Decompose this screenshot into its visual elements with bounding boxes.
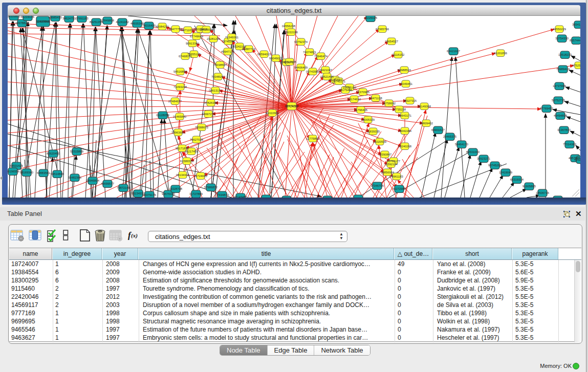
svg-text:54516808: 54516808 xyxy=(173,70,187,73)
svg-text:85149368: 85149368 xyxy=(418,105,431,108)
svg-text:91022901: 91022901 xyxy=(266,112,279,115)
svg-text:16328708: 16328708 xyxy=(169,187,182,190)
svg-text:00471138: 00471138 xyxy=(369,97,382,100)
svg-text:99049027: 99049027 xyxy=(269,57,282,60)
svg-text:85574443: 85574443 xyxy=(570,39,580,42)
svg-text:41241182: 41241182 xyxy=(116,20,128,24)
svg-text:21465840: 21465840 xyxy=(173,115,186,118)
svg-text:40196556: 40196556 xyxy=(8,170,19,173)
svg-text:00978820: 00978820 xyxy=(15,21,29,25)
svg-text:78961183: 78961183 xyxy=(390,175,403,178)
svg-text:50752735: 50752735 xyxy=(552,99,565,102)
svg-text:23226025: 23226025 xyxy=(364,16,377,19)
svg-text:99856984: 99856984 xyxy=(381,171,395,174)
svg-text:09743953: 09743953 xyxy=(306,70,319,73)
svg-text:74989413: 74989413 xyxy=(556,68,570,71)
svg-text:18506716: 18506716 xyxy=(536,191,549,194)
svg-text:34624751: 34624751 xyxy=(62,17,76,20)
svg-text:80988516: 80988516 xyxy=(398,69,411,72)
svg-text:29946804: 29946804 xyxy=(86,179,100,182)
svg-text:50240268: 50240268 xyxy=(398,145,411,148)
svg-text:43699577: 43699577 xyxy=(101,182,114,185)
svg-text:67749649: 67749649 xyxy=(190,35,203,38)
svg-text:73872148: 73872148 xyxy=(117,186,130,189)
svg-text:61586578: 61586578 xyxy=(180,160,193,163)
svg-text:56464170: 56464170 xyxy=(455,143,468,146)
svg-text:81219136: 81219136 xyxy=(21,16,34,18)
svg-text:09134316: 09134316 xyxy=(176,173,189,177)
svg-text:37346706: 37346706 xyxy=(371,184,384,187)
svg-text:29042284: 29042284 xyxy=(398,129,412,133)
svg-text:09477752: 09477752 xyxy=(169,28,182,31)
svg-text:50643171: 50643171 xyxy=(398,114,411,117)
svg-text:52427868: 52427868 xyxy=(36,20,50,23)
svg-text:48175496: 48175496 xyxy=(339,89,352,92)
svg-text:67468071: 67468071 xyxy=(179,55,192,58)
svg-text:(x): (x) xyxy=(131,232,138,239)
svg-text:90913341: 90913341 xyxy=(186,42,199,45)
svg-text:98169340: 98169340 xyxy=(20,171,33,174)
svg-text:11724005: 11724005 xyxy=(194,174,207,178)
svg-text:93792374: 93792374 xyxy=(294,40,308,43)
svg-text:70348247: 70348247 xyxy=(211,75,225,78)
svg-text:39421047: 39421047 xyxy=(319,69,332,72)
svg-text:74016400: 74016400 xyxy=(142,24,156,27)
svg-text:13518233: 13518233 xyxy=(558,53,572,56)
svg-text:27849808: 27849808 xyxy=(101,19,114,22)
svg-text:71349361: 71349361 xyxy=(225,36,238,39)
svg-text:01128059: 01128059 xyxy=(156,114,169,117)
svg-text:94406409: 94406409 xyxy=(294,66,308,69)
svg-text:34309805: 34309805 xyxy=(8,16,20,18)
svg-text:40084271: 40084271 xyxy=(156,25,169,28)
svg-text:11775891: 11775891 xyxy=(306,137,319,140)
svg-text:15654527: 15654527 xyxy=(385,40,398,43)
svg-text:12419049: 12419049 xyxy=(499,171,512,174)
svg-text:93174612: 93174612 xyxy=(347,98,361,101)
svg-text:18699938: 18699938 xyxy=(200,28,213,31)
svg-text:26758692: 26758692 xyxy=(382,102,396,105)
svg-text:08613171: 08613171 xyxy=(209,89,222,92)
svg-text:00379176: 00379176 xyxy=(143,193,156,196)
svg-text:11592124: 11592124 xyxy=(384,163,398,166)
svg-text:67365766: 67365766 xyxy=(376,28,389,31)
svg-text:53315869: 53315869 xyxy=(70,150,83,153)
svg-text:64887719: 64887719 xyxy=(242,48,255,51)
svg-text:44935348: 44935348 xyxy=(130,22,144,25)
svg-text:91905865: 91905865 xyxy=(522,185,536,188)
svg-text:18724007: 18724007 xyxy=(285,105,298,108)
svg-text:04711671: 04711671 xyxy=(181,29,194,32)
svg-text:11116152: 11116152 xyxy=(392,53,405,56)
svg-text:06594013: 06594013 xyxy=(257,53,271,56)
svg-text:20465375: 20465375 xyxy=(443,135,456,138)
svg-text:69985435: 69985435 xyxy=(49,16,62,19)
svg-text:60883561: 60883561 xyxy=(37,171,50,174)
svg-text:30923271: 30923271 xyxy=(477,157,490,160)
svg-text:45494808: 45494808 xyxy=(554,114,567,117)
svg-text:43524082: 43524082 xyxy=(574,158,580,161)
svg-text:69222196: 69222196 xyxy=(285,31,298,34)
svg-text:99809402: 99809402 xyxy=(420,122,433,125)
svg-text:37735158: 37735158 xyxy=(393,108,406,111)
svg-text:31839335: 31839335 xyxy=(366,130,380,133)
svg-text:77014363: 77014363 xyxy=(563,143,576,146)
svg-text:76038597: 76038597 xyxy=(213,63,227,67)
svg-text:07991183: 07991183 xyxy=(75,17,88,20)
svg-text:77434873: 77434873 xyxy=(215,193,229,196)
svg-text:75946474: 75946474 xyxy=(314,55,328,58)
svg-text:78390847: 78390847 xyxy=(378,153,391,156)
svg-text:31727889: 31727889 xyxy=(189,192,203,195)
svg-text:56482366: 56482366 xyxy=(68,176,81,179)
svg-text:04556238: 04556238 xyxy=(282,25,295,28)
svg-text:14737996: 14737996 xyxy=(553,84,566,87)
svg-text:33754330: 33754330 xyxy=(555,37,569,40)
svg-text:49947174: 49947174 xyxy=(221,50,235,53)
svg-text:71093248: 71093248 xyxy=(173,85,187,89)
svg-text:93745299: 93745299 xyxy=(488,164,502,167)
svg-text:69901627: 69901627 xyxy=(431,128,445,132)
svg-text:61796405: 61796405 xyxy=(354,108,367,112)
svg-text:61201836: 61201836 xyxy=(494,52,507,55)
svg-text:76627028: 76627028 xyxy=(190,138,203,141)
svg-text:51370985: 51370985 xyxy=(356,91,369,94)
svg-text:98327315: 98327315 xyxy=(403,99,417,102)
svg-text:63421607: 63421607 xyxy=(447,50,460,53)
